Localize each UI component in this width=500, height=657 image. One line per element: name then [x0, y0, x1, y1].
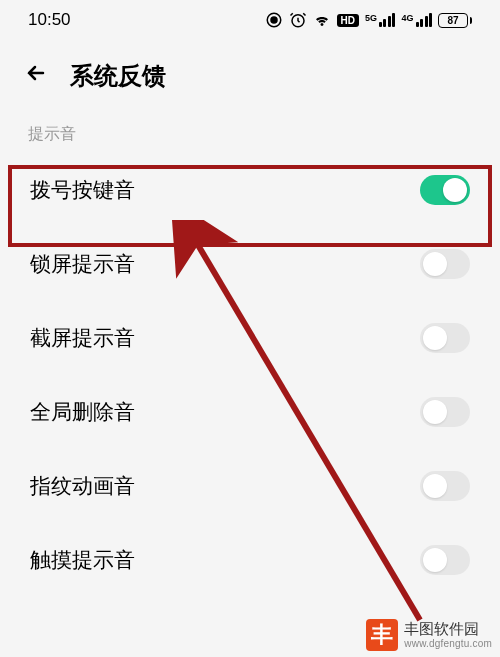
- setting-label: 指纹动画音: [30, 472, 135, 500]
- toggle-dial-keypad-tone[interactable]: [420, 175, 470, 205]
- wifi-icon: [313, 11, 331, 29]
- watermark: 丰 丰图软件园 www.dgfengtu.com: [358, 613, 500, 657]
- alarm-icon: [289, 11, 307, 29]
- nfc-icon: [265, 11, 283, 29]
- watermark-logo: 丰: [366, 619, 398, 651]
- setting-fingerprint-anim-tone: 指纹动画音: [8, 449, 492, 523]
- header: 系统反馈: [0, 40, 500, 110]
- toggle-lock-screen-tone[interactable]: [420, 249, 470, 279]
- status-icons: HD 5G 4G 87: [265, 11, 472, 29]
- setting-label: 全局删除音: [30, 398, 135, 426]
- signal-5g: 5G: [365, 13, 396, 27]
- status-time: 10:50: [28, 10, 71, 30]
- signal-4g: 4G: [401, 13, 432, 27]
- setting-label: 触摸提示音: [30, 546, 135, 574]
- toggle-screenshot-tone[interactable]: [420, 323, 470, 353]
- setting-label: 拨号按键音: [30, 176, 135, 204]
- hd-badge: HD: [337, 14, 359, 27]
- setting-label: 锁屏提示音: [30, 250, 135, 278]
- back-arrow-icon[interactable]: [24, 61, 48, 92]
- toggle-fingerprint-anim-tone[interactable]: [420, 471, 470, 501]
- setting-touch-tone: 触摸提示音: [8, 523, 492, 597]
- battery-indicator: 87: [438, 13, 472, 28]
- setting-screenshot-tone: 截屏提示音: [8, 301, 492, 375]
- setting-label: 截屏提示音: [30, 324, 135, 352]
- setting-dial-keypad-tone: 拨号按键音: [8, 153, 492, 227]
- setting-global-delete-tone: 全局删除音: [8, 375, 492, 449]
- setting-lock-screen-tone: 锁屏提示音: [8, 227, 492, 301]
- status-bar: 10:50 HD 5G 4G 87: [0, 0, 500, 40]
- svg-point-1: [271, 17, 277, 23]
- toggle-touch-tone[interactable]: [420, 545, 470, 575]
- watermark-title: 丰图软件园: [404, 621, 492, 638]
- settings-list: 拨号按键音 锁屏提示音 截屏提示音 全局删除音 指纹动画音 触摸提示音: [0, 153, 500, 597]
- watermark-url: www.dgfengtu.com: [404, 638, 492, 649]
- toggle-global-delete-tone[interactable]: [420, 397, 470, 427]
- section-label: 提示音: [0, 110, 500, 153]
- page-title: 系统反馈: [70, 60, 166, 92]
